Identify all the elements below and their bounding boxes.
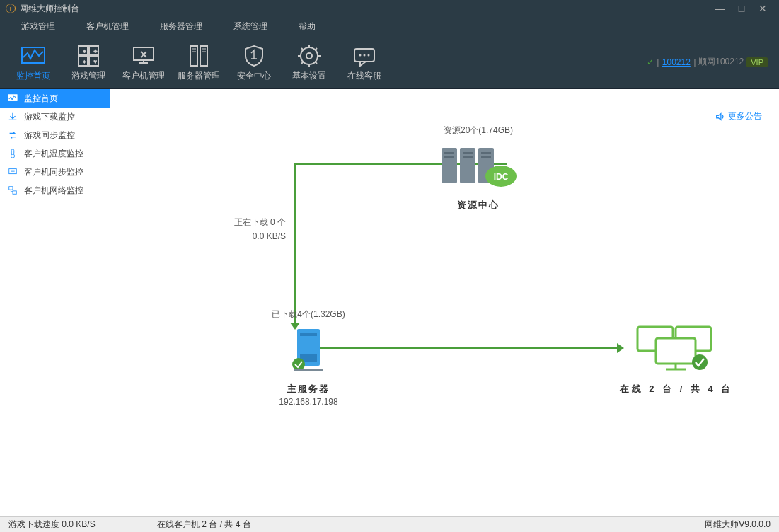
close-button[interactable]: ✕ [752, 3, 773, 14]
svg-rect-41 [444, 152, 454, 154]
svg-point-31 [368, 54, 370, 57]
user-id-link[interactable]: 100212 [662, 57, 691, 67]
clients-node: 在线 2 台 / 共 4 台 [606, 323, 747, 395]
svg-rect-36 [9, 187, 13, 190]
client-icon [116, 42, 171, 70]
sidebar-item-game-download[interactable]: 游戏下载监控 [0, 108, 110, 126]
svg-point-19 [306, 53, 312, 59]
sidebar-label: 客户机同步监控 [24, 166, 83, 178]
svg-rect-43 [463, 152, 473, 154]
menu-client[interactable]: 客户机管理 [71, 21, 144, 33]
svg-rect-42 [444, 156, 454, 158]
tool-security[interactable]: 安全中心 [226, 42, 282, 82]
svg-point-48 [466, 185, 469, 187]
toolbar: 监控首页 ♠♣♦♥ 游戏管理 客户机管理 服务器管理 安全中心 基本设置 在线 [0, 35, 779, 89]
status-online: 在线客户机 2 台 / 共 4 台 [149, 519, 260, 531]
svg-point-49 [485, 185, 487, 187]
game-icon: ♠♣♦♥ [61, 42, 116, 70]
shield-icon [226, 42, 282, 70]
status-speed: 游戏下载速度 0.0 KB/S [0, 519, 149, 531]
svg-text:♠: ♠ [83, 47, 86, 54]
app-logo-icon: i [6, 4, 16, 13]
sidebar: 监控首页 游戏下载监控 游戏同步监控 客户机温度监控 客户机同步监控 客户机网络… [0, 89, 110, 516]
sidebar-label: 客户机温度监控 [24, 148, 83, 160]
svg-rect-44 [463, 156, 473, 158]
sidebar-item-monitor-home[interactable]: 监控首页 [0, 89, 110, 108]
check-icon: ✓ [647, 57, 654, 67]
tool-game-manage[interactable]: ♠♣♦♥ 游戏管理 [61, 42, 116, 82]
svg-rect-37 [13, 191, 16, 194]
svg-line-25 [315, 62, 317, 64]
svg-text:♥: ♥ [93, 58, 97, 65]
svg-text:IDC: IDC [494, 172, 509, 182]
client-sync-icon [7, 166, 18, 178]
tool-label: 游戏管理 [61, 70, 116, 82]
svg-rect-53 [300, 333, 317, 336]
sync-icon [7, 129, 18, 141]
server-tower-icon [287, 326, 330, 376]
tool-server-manage[interactable]: 服务器管理 [171, 42, 226, 82]
resource-center-caption: 资源中心 [408, 199, 549, 212]
sidebar-label: 客户机网络监控 [24, 185, 83, 197]
tool-monitor-home[interactable]: 监控首页 [6, 42, 61, 82]
datacenter-icon: IDC [436, 142, 521, 192]
tool-label: 基本设置 [282, 70, 337, 82]
svg-rect-59 [656, 338, 696, 364]
titlebar: i 网维大师控制台 — □ ✕ [0, 0, 779, 17]
svg-point-29 [359, 54, 362, 57]
main-server-ip: 192.168.17.198 [238, 397, 379, 407]
svg-rect-33 [11, 149, 14, 154]
svg-point-34 [11, 154, 14, 158]
tool-basic-settings[interactable]: 基本设置 [282, 42, 337, 82]
sidebar-item-client-temp[interactable]: 客户机温度监控 [0, 144, 110, 163]
svg-point-30 [364, 54, 366, 57]
svg-point-62 [692, 354, 708, 370]
toolbar-status: ✓ [ 100212 ] 顺网100212 VIP [647, 56, 773, 68]
sidebar-item-game-sync[interactable]: 游戏同步监控 [0, 126, 110, 144]
svg-rect-56 [294, 369, 323, 371]
menu-help[interactable]: 帮助 [283, 21, 331, 33]
tool-label: 安全中心 [226, 70, 282, 82]
svg-text:♣: ♣ [93, 47, 98, 54]
resource-center-node: 资源20个(1.74GB) IDC 资源中心 [408, 125, 549, 212]
tool-label: 监控首页 [6, 70, 61, 82]
minimize-button[interactable]: — [710, 3, 731, 14]
main-panel: 更多公告 资源20个(1.74GB) IDC [110, 89, 779, 516]
svg-line-24 [301, 48, 304, 50]
sidebar-item-client-sync[interactable]: 客户机同步监控 [0, 163, 110, 181]
svg-line-27 [315, 48, 317, 50]
server-icon [171, 42, 226, 70]
sidebar-item-client-network[interactable]: 客户机网络监控 [0, 181, 110, 200]
tool-client-manage[interactable]: 客户机管理 [116, 42, 171, 82]
sidebar-label: 游戏下载监控 [24, 111, 75, 123]
topology-diagram: 资源20个(1.74GB) IDC 资源中心 正在下载 0 个 0.0 KB/S [110, 89, 779, 516]
tool-online-service[interactable]: 在线客服 [337, 42, 392, 82]
sidebar-label: 监控首页 [24, 93, 58, 105]
resource-count-label: 资源20个(1.74GB) [408, 125, 549, 137]
main-server-caption: 主服务器 [238, 383, 379, 395]
status-version: 网维大师V9.0.0.0 [696, 519, 779, 531]
downloading-status: 正在下载 0 个 0.0 KB/S [215, 216, 286, 241]
window-title: 网维大师控制台 [20, 3, 79, 15]
download-icon [7, 111, 18, 122]
menu-server[interactable]: 服务器管理 [144, 21, 218, 33]
network-icon [7, 185, 18, 196]
svg-point-47 [448, 185, 451, 187]
maximize-button[interactable]: □ [731, 3, 752, 14]
tool-label: 服务器管理 [171, 70, 226, 82]
monitor-icon [6, 42, 61, 70]
thermometer-icon [7, 148, 18, 159]
clients-icon [630, 323, 722, 376]
svg-rect-46 [481, 156, 491, 158]
svg-line-26 [301, 62, 304, 64]
gear-icon [282, 42, 337, 70]
tool-label: 客户机管理 [116, 70, 171, 82]
menu-system[interactable]: 系统管理 [218, 21, 283, 33]
menu-game[interactable]: 游戏管理 [6, 21, 71, 33]
svg-text:♦: ♦ [83, 58, 86, 65]
tool-label: 在线客服 [337, 70, 392, 82]
connector-line [294, 163, 296, 326]
statusbar: 游戏下载速度 0.0 KB/S 在线客户机 2 台 / 共 4 台 网维大师V9… [0, 516, 779, 532]
vip-badge: VIP [746, 57, 768, 67]
menubar: 游戏管理 客户机管理 服务器管理 系统管理 帮助 [0, 17, 779, 35]
